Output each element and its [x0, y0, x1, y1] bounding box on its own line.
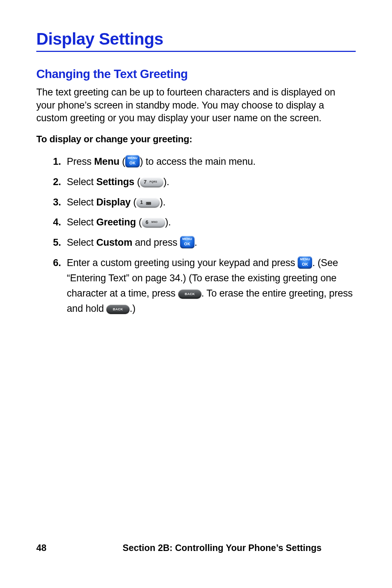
keypad-6-key-icon: 6MNO [142, 218, 165, 228]
back-key-icon: BACK [178, 289, 201, 298]
step-number: 4. [53, 215, 61, 230]
page-footer: 48 Section 2B: Controlling Your Phone’s … [36, 543, 356, 553]
step-bold: Custom [96, 237, 132, 248]
page-number: 48 [36, 543, 46, 553]
footer-section-label: Section 2B: Controlling Your Phone’s Set… [123, 543, 322, 553]
step-number: 5. [53, 235, 61, 250]
procedure-subhead: To display or change your greeting: [36, 134, 356, 145]
step-text: ( [131, 197, 136, 208]
step-text: ( [136, 217, 142, 228]
step-text: ( [134, 176, 140, 187]
step-text: .) [130, 303, 135, 314]
keypad-1-key-icon: 1⌨ [136, 197, 160, 207]
step-text: Select [67, 217, 96, 228]
step-5: 5. Select Custom and press MENUOK. [53, 235, 356, 250]
step-bold: Settings [96, 176, 134, 187]
intro-paragraph: The text greeting can be up to fourteen … [36, 86, 356, 125]
section-heading: Changing the Text Greeting [36, 67, 356, 81]
back-key-icon: BACK [106, 305, 130, 314]
step-3: 3. Select Display (1⌨). [53, 195, 356, 210]
step-text: and press [132, 237, 180, 248]
step-bold: Greeting [96, 217, 136, 228]
step-number: 6. [53, 256, 61, 271]
page-title: Display Settings [36, 29, 356, 49]
step-bold: Menu [94, 156, 119, 167]
step-number: 1. [53, 154, 61, 170]
step-text: ). [165, 217, 171, 228]
title-rule [36, 51, 356, 52]
menu-ok-key-icon: MENUOK [298, 256, 312, 269]
step-text: Select [67, 237, 96, 248]
step-text: ). [163, 176, 169, 187]
step-4: 4. Select Greeting (6MNO). [53, 215, 356, 230]
step-1: 1. Press Menu (MENUOK) to access the mai… [53, 154, 356, 170]
step-text: . [195, 237, 197, 248]
step-text: Select [67, 197, 96, 208]
step-number: 3. [53, 195, 61, 210]
step-text: ). [160, 197, 166, 208]
steps-list: 1. Press Menu (MENUOK) to access the mai… [36, 154, 356, 317]
step-text: Select [67, 176, 96, 187]
manual-page: Display Settings Changing the Text Greet… [0, 0, 392, 588]
step-number: 2. [53, 175, 61, 190]
step-text: ) to access the main menu. [140, 156, 256, 167]
step-text: ( [119, 156, 125, 167]
keypad-7-key-icon: 7PQRS [140, 177, 163, 187]
menu-ok-key-icon: MENUOK [125, 155, 140, 167]
step-text: Enter a custom greeting using your keypa… [67, 257, 298, 268]
step-2: 2. Select Settings (7PQRS). [53, 175, 356, 190]
step-bold: Display [96, 197, 131, 208]
menu-ok-key-icon: MENUOK [180, 236, 195, 248]
step-text: Press [67, 156, 94, 167]
step-6: 6. Enter a custom greeting using your ke… [53, 256, 356, 316]
